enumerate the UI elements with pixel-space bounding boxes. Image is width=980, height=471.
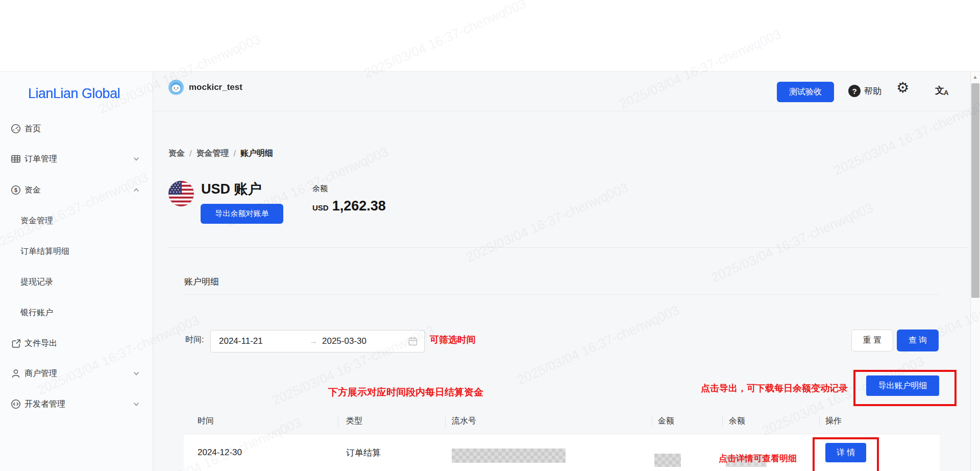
sidebar-item-label: 文件导出 — [24, 338, 57, 349]
section-divider — [168, 247, 968, 248]
breadcrumb-separator: / — [189, 149, 191, 158]
column-divider — [652, 416, 652, 427]
cell-type: 订单结算 — [338, 434, 445, 471]
balance-currency: USD — [312, 203, 329, 212]
export-icon — [10, 338, 21, 349]
test-acceptance-button[interactable]: 测试验收 — [777, 82, 834, 102]
column-header-serial: 流水号 — [445, 409, 652, 434]
sidebar-item-funds-management[interactable]: 资金管理 — [0, 212, 153, 229]
end-date-value[interactable]: 2025-03-30 — [322, 336, 366, 346]
export-hint-annotation: 点击导出，可下载每日余额变动记录 — [701, 382, 848, 394]
person-icon — [10, 368, 21, 379]
dashboard-icon — [10, 123, 21, 134]
sidebar-item-label: 开发者管理 — [24, 399, 65, 410]
start-date-value[interactable]: 2024-11-21 — [219, 336, 263, 346]
balance-amount: 1,262.38 — [332, 198, 386, 214]
developer-icon — [10, 398, 21, 410]
sidebar-item-order-settlement-detail[interactable]: 订单结算明细 — [0, 243, 153, 260]
language-switch-icon[interactable]: 文A — [935, 84, 949, 97]
help-button[interactable]: ? 帮助 — [848, 85, 881, 97]
calendar-icon — [408, 336, 418, 348]
sidebar-item-label: 商户管理 — [24, 368, 57, 379]
query-button[interactable]: 查 询 — [897, 329, 939, 351]
column-header-balance: 余额 — [722, 409, 819, 434]
breadcrumb: 资金 / 资金管理 / 账户明细 — [168, 148, 273, 159]
avatar[interactable] — [168, 80, 184, 95]
account-name: mockicr_test — [189, 82, 242, 92]
app-screen: LianLian Global LianLian Global 首页 订单管理 … — [0, 0, 980, 471]
reset-button[interactable]: 重 置 — [851, 329, 893, 351]
svg-text:$: $ — [14, 187, 17, 193]
translate-main-glyph: 文 — [935, 85, 944, 96]
balance-label: 余额 — [312, 184, 328, 194]
scrollbar-thumb[interactable] — [971, 83, 979, 298]
sidebar-item-label: 银行账户 — [20, 308, 53, 318]
redacted-serial-number — [452, 449, 566, 463]
column-header-action: 操作 — [819, 409, 940, 434]
usa-flag-icon — [168, 181, 194, 206]
lianlian-logo: LianLian Global — [28, 86, 120, 102]
sidebar-item-funds[interactable]: $ 资金 — [0, 181, 153, 199]
sidebar-item-label: 提现记录 — [20, 277, 53, 288]
column-header-label: 流水号 — [452, 416, 476, 427]
sidebar-item-merchant-management[interactable]: 商户管理 — [0, 365, 153, 382]
sidebar-item-label: 订单管理 — [24, 154, 57, 164]
translate-sub-glyph: A — [944, 89, 948, 97]
sidebar-item-file-export[interactable]: 文件导出 — [0, 335, 153, 352]
header-divider — [153, 111, 970, 111]
time-filter-label: 时间: — [185, 335, 204, 345]
scrollbar-up-arrow[interactable]: ▲ — [970, 74, 980, 80]
sidebar-item-label: 资金管理 — [20, 216, 53, 226]
chevron-down-icon — [133, 370, 140, 379]
column-header-time: 时间 — [184, 409, 338, 434]
sidebar-item-label: 首页 — [24, 124, 41, 134]
column-header-label: 余额 — [729, 416, 745, 427]
account-detail-table: 时间 类型 流水号 金额 余额 操作 2024-12-30 订单结算 点击详情可… — [184, 409, 940, 471]
date-range-picker[interactable]: 2024-11-21 → 2025-03-30 — [210, 330, 425, 352]
table-row: 2024-12-30 订单结算 点击详情可查看明细 详 情 — [184, 434, 940, 471]
sidebar-item-withdrawal-records[interactable]: 提现记录 — [0, 273, 153, 291]
sidebar-item-label: 资金 — [24, 185, 41, 196]
detail-hint-annotation: 点击详情可查看明细 — [719, 453, 797, 464]
chevron-up-icon — [133, 186, 140, 196]
detail-button[interactable]: 详 情 — [825, 443, 866, 462]
balance-value: USD 1,262.38 — [312, 198, 386, 214]
cell-time: 2024-12-30 — [184, 434, 338, 471]
column-header-type: 类型 — [338, 409, 445, 434]
column-divider — [819, 416, 820, 427]
sidebar-item-developer-management[interactable]: 开发者管理 — [0, 395, 153, 413]
sidebar-item-bank-accounts[interactable]: 银行账户 — [0, 304, 153, 321]
column-divider — [338, 416, 338, 427]
breadcrumb-funds[interactable]: 资金 — [168, 148, 185, 159]
column-header-amount: 金额 — [652, 409, 722, 434]
watermark-text: 2025/03/04 16:37-chenwq003 — [362, 0, 529, 82]
account-title: USD 账户 — [201, 180, 262, 198]
chevron-down-icon — [133, 401, 140, 410]
table-header: 时间 类型 流水号 金额 余额 操作 — [184, 409, 940, 434]
section-title-divider — [184, 294, 940, 295]
column-divider — [722, 416, 723, 427]
sidebar-item-label: 订单结算明细 — [20, 246, 69, 257]
sidebar-item-orders[interactable]: 订单管理 — [0, 150, 153, 168]
range-arrow-icon: → — [309, 337, 317, 346]
export-account-detail-button[interactable]: 导出账户明细 — [866, 375, 939, 396]
help-label: 帮助 — [864, 85, 881, 97]
filter-annotation: 可筛选时间 — [430, 334, 476, 346]
sidebar-item-home[interactable]: 首页 — [0, 120, 153, 137]
below-table-annotation: 下方展示对应时间段内每日结算资金 — [328, 386, 483, 399]
help-icon: ? — [848, 85, 861, 97]
chevron-down-icon — [133, 155, 140, 164]
column-header-label: 类型 — [346, 416, 362, 427]
section-title: 账户明细 — [184, 276, 219, 288]
column-divider — [445, 416, 446, 427]
gear-icon[interactable]: ⚙ — [896, 81, 909, 95]
breadcrumb-separator: / — [233, 149, 235, 158]
dollar-circle-icon: $ — [10, 184, 21, 196]
export-balance-statement-button[interactable]: 导出余额对账单 — [201, 204, 283, 224]
breadcrumb-funds-management[interactable]: 资金管理 — [196, 148, 229, 159]
breadcrumb-account-detail: 账户明细 — [240, 148, 273, 159]
column-header-label: 金额 — [658, 416, 674, 427]
orders-table-icon — [10, 153, 21, 164]
column-header-label: 操作 — [825, 416, 842, 427]
redacted-amount — [654, 454, 681, 467]
